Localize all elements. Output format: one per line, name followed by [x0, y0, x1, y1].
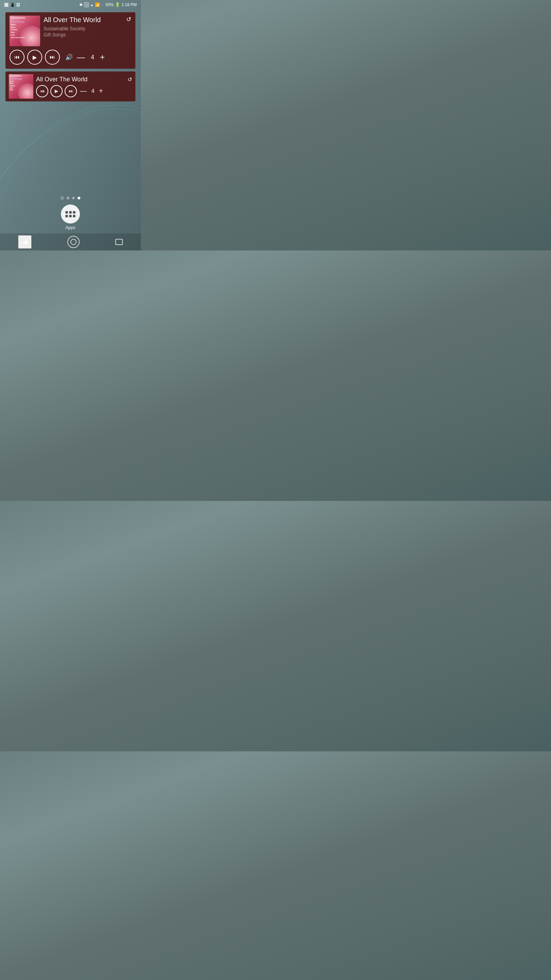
nav-bar: ◀	[0, 234, 141, 250]
music-widget-large: THE ESSENTIAL Gift Songs RockPopsClassic…	[5, 12, 135, 69]
bottom-section: G Apps ◀	[0, 195, 141, 250]
volume-icon-large: 🔊	[65, 53, 73, 61]
song-album: Gift Songs	[43, 32, 123, 37]
small-widget-right: All Over The World ↺ ⏮ ▶ ⏭ — 4 +	[36, 76, 132, 97]
bluetooth-icon: ✱	[79, 2, 83, 7]
next-button-large[interactable]: ⏭	[45, 50, 60, 65]
phone-icon: 📱	[10, 3, 15, 7]
back-button[interactable]: ◀	[18, 235, 32, 249]
volume-down-button-small[interactable]: —	[79, 87, 88, 95]
screen-cast-icon: ⬜	[4, 3, 9, 7]
play-button-small[interactable]: ▶	[50, 85, 63, 97]
next-button-small[interactable]: ⏭	[65, 85, 77, 97]
image-icon: 🖼	[16, 3, 20, 7]
repeat-icon-small[interactable]: ↺	[127, 76, 132, 83]
small-title-row: All Over The World ↺	[36, 76, 132, 83]
apps-dot-1	[65, 211, 68, 214]
battery-icon: 🔋	[115, 2, 120, 7]
apps-label: Apps	[65, 225, 76, 230]
page-indicators: G	[60, 195, 80, 200]
battery-percent: 65%	[105, 2, 114, 7]
nfc-icon: N	[84, 2, 89, 7]
page-dot-2[interactable]	[72, 197, 75, 199]
song-artist: Sustainable Society	[43, 26, 123, 31]
music-widget-small: THE ESSENTIAL Gift Songs RockPopsClassic…	[5, 72, 135, 102]
volume-up-button-small[interactable]: +	[98, 87, 104, 95]
volume-count-small: 4	[90, 88, 96, 94]
widget-top: THE ESSENTIAL Gift Songs RockPopsClassic…	[10, 16, 131, 46]
page-dot-3-active[interactable]	[78, 197, 80, 199]
play-button-large[interactable]: ▶	[27, 50, 42, 65]
album-art-large: THE ESSENTIAL Gift Songs RockPopsClassic…	[10, 16, 40, 46]
apps-dot-4	[65, 215, 68, 218]
apps-dot-3	[73, 211, 76, 214]
home-button[interactable]	[67, 236, 79, 248]
controls-row-large: ⏮ ▶ ⏭ 🔊 — 4 +	[10, 50, 131, 65]
status-right-icons: ✱ N ▲ 📶 ▶ 65% 🔋 1:18 PM	[79, 2, 137, 7]
apps-dot-5	[69, 215, 72, 218]
clock: 1:18 PM	[121, 2, 137, 7]
volume-up-button-large[interactable]: +	[98, 52, 106, 62]
album-text-overlay: THE ESSENTIAL Gift Songs RockPopsClassic…	[11, 17, 25, 39]
song-title-small: All Over The World	[36, 76, 87, 83]
song-title-large: All Over The World	[43, 16, 123, 24]
repeat-icon-large[interactable]: ↺	[126, 16, 131, 23]
album-art-small: THE ESSENTIAL Gift Songs RockPopsClassic…	[9, 74, 33, 99]
sim-icon: ▶	[102, 3, 104, 7]
apps-dot-6	[73, 215, 76, 218]
google-indicator: G	[60, 195, 64, 200]
home-inner-circle	[70, 239, 76, 245]
status-left-icons: ⬜ 📱 🖼	[4, 3, 20, 7]
wifi-icon: 📶	[95, 2, 100, 7]
page-dot-1[interactable]	[67, 197, 69, 199]
status-bar: ⬜ 📱 🖼 ✱ N ▲ 📶 ▶ 65% 🔋 1:18 PM	[0, 0, 141, 10]
recents-button[interactable]	[115, 239, 123, 245]
prev-button-small[interactable]: ⏮	[36, 85, 48, 97]
signal-icon: ▲	[90, 3, 94, 7]
apps-dot-2	[69, 211, 72, 214]
apps-button[interactable]: Apps	[61, 205, 80, 230]
apps-dots-grid	[65, 211, 76, 218]
album-text-overlay-small: THE ESSENTIAL Gift Songs RockPopsClassic…	[10, 75, 22, 92]
controls-row-small: ⏮ ▶ ⏭ — 4 +	[36, 85, 132, 97]
apps-circle	[61, 205, 80, 224]
volume-count-large: 4	[89, 54, 96, 61]
volume-down-button-large[interactable]: —	[76, 52, 86, 62]
prev-button-large[interactable]: ⏮	[10, 50, 24, 65]
song-info-large: All Over The World Sustainable Society G…	[43, 16, 123, 37]
